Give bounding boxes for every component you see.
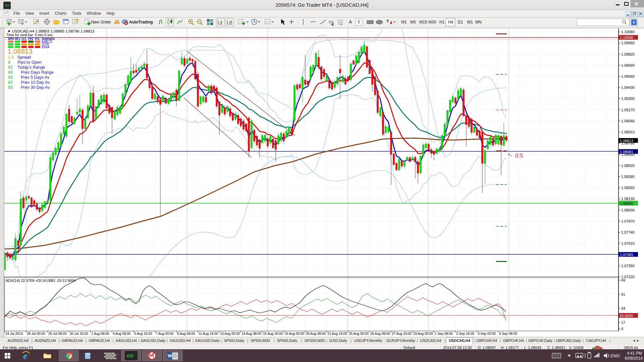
- svg-text:34: 34: [621, 306, 625, 310]
- svg-text:M1: M1: [401, 20, 407, 24]
- svg-text:69: 69: [621, 278, 625, 282]
- svg-text:1.07740: 1.07740: [621, 230, 635, 234]
- svg-text:62: 62: [8, 80, 13, 85]
- svg-text:4: 4: [633, 20, 635, 25]
- svg-text:D1: D1: [21, 37, 26, 41]
- svg-text:51: 51: [621, 292, 625, 296]
- svg-text:15 Aug 16:00: 15 Aug 16:00: [263, 332, 283, 336]
- svg-text:63: 63: [8, 65, 13, 70]
- svg-text:1.09430: 1.09430: [621, 85, 635, 89]
- svg-text:AutoTrading: AutoTrading: [129, 20, 153, 24]
- svg-text:20.0000: 20.0000: [620, 314, 633, 318]
- svg-text:4 Aug 08:00: 4 Aug 08:00: [113, 332, 131, 336]
- svg-text:F: F: [341, 23, 342, 26]
- svg-text:Pips to Open: Pips to Open: [17, 60, 42, 65]
- svg-text:^-: ^-: [508, 153, 513, 159]
- svg-text:2 Sep 16:00: 2 Sep 16:00: [456, 332, 474, 336]
- svg-text:1.10080: 1.10080: [621, 30, 635, 34]
- svg-text:W1: W1: [467, 20, 473, 24]
- svg-text:MN: MN: [475, 20, 482, 24]
- svg-text:55: 55: [8, 85, 13, 90]
- svg-text:19 Aug 00:00: 19 Aug 00:00: [284, 332, 304, 336]
- svg-text:63: 63: [8, 75, 13, 80]
- svg-text:1.08260: 1.08260: [621, 186, 635, 190]
- svg-text:1.10000: 1.10000: [620, 36, 633, 40]
- svg-text:GO: GO: [127, 353, 133, 358]
- svg-text:24 Jul 2014: 24 Jul 2014: [5, 332, 23, 336]
- svg-text:E: E: [332, 23, 334, 26]
- svg-text:1.08000: 1.08000: [621, 208, 635, 212]
- svg-text:1.08065: 1.08065: [620, 201, 633, 205]
- svg-text:Prev 10 Day Av: Prev 10 Day Av: [21, 80, 50, 85]
- svg-text:5 Sep 08:00: 5 Sep 08:00: [499, 332, 517, 336]
- svg-text:13 Aug 00:00: 13 Aug 00:00: [220, 332, 240, 336]
- svg-text:1.07870: 1.07870: [621, 219, 635, 223]
- svg-text:W: W: [168, 353, 172, 358]
- svg-text:Spread: Spread: [17, 55, 31, 60]
- svg-text:D1: D1: [458, 20, 463, 24]
- svg-text:Today's Range: Today's Range: [17, 65, 45, 70]
- svg-text:Prev 5 Days Av: Prev 5 Days Av: [21, 75, 50, 80]
- svg-text:1.09040: 1.09040: [621, 119, 635, 123]
- svg-text:11 Aug 16:00: 11 Aug 16:00: [199, 332, 218, 336]
- svg-text:29 Jul 08:00: 29 Jul 08:00: [48, 332, 67, 336]
- svg-text:21 Aug 16:00: 21 Aug 16:00: [327, 332, 347, 336]
- svg-text:29 Aug 00:00: 29 Aug 00:00: [413, 332, 433, 336]
- svg-text:Prev Days Range: Prev Days Range: [21, 70, 54, 75]
- svg-text:25 Aug 00:00: 25 Aug 00:00: [349, 332, 369, 336]
- svg-text:M15: M15: [419, 20, 427, 24]
- svg-text:A: A: [349, 19, 352, 24]
- svg-text:88: 88: [8, 70, 13, 75]
- svg-text:30 Jul 16:00: 30 Jul 16:00: [70, 332, 88, 336]
- svg-text:H4: H4: [28, 37, 33, 41]
- svg-text:6/09/2014: 6/09/2014: [625, 356, 643, 361]
- svg-text:0: 0: [621, 327, 623, 331]
- svg-text:4 Sep 00:00: 4 Sep 00:00: [478, 332, 496, 336]
- svg-text:1.09950: 1.09950: [621, 41, 635, 45]
- svg-text:17: 17: [621, 320, 625, 324]
- svg-text:1.09300: 1.09300: [621, 97, 635, 101]
- svg-text:EMA: EMA: [42, 45, 50, 49]
- svg-text:1.08520: 1.08520: [621, 164, 635, 168]
- svg-text:20 Aug 08:00: 20 Aug 08:00: [306, 332, 326, 336]
- svg-text:0:5: 0:5: [515, 153, 523, 159]
- svg-text:1.08813: 1.08813: [8, 47, 33, 55]
- svg-text:M30: M30: [428, 20, 436, 24]
- svg-text:MN: MN: [8, 37, 14, 41]
- svg-text:7 Aug 00:00: 7 Aug 00:00: [156, 332, 174, 336]
- svg-text:28 Jul 00:00: 28 Jul 00:00: [27, 332, 45, 336]
- svg-text:T: T: [358, 20, 360, 25]
- svg-text:1.08390: 1.08390: [621, 175, 635, 179]
- svg-text:H1: H1: [35, 37, 40, 41]
- svg-text:1.07465: 1.07465: [620, 253, 633, 257]
- svg-text:H1: H1: [439, 20, 445, 24]
- svg-text:1.09170: 1.09170: [621, 108, 635, 112]
- svg-text:Prev 30 Day Av: Prev 30 Day Av: [21, 85, 50, 90]
- svg-text:1.09560: 1.09560: [621, 74, 635, 78]
- svg-text:ADX(14) 22.3709 +DI:16.0881 -D: ADX(14) 22.3709 +DI:16.0881 -DI:12.9694: [6, 279, 76, 283]
- svg-text:W1: W1: [15, 37, 20, 41]
- svg-text:14 Aug 08:00: 14 Aug 08:00: [241, 332, 261, 336]
- svg-text:1.07610: 1.07610: [621, 241, 635, 245]
- svg-text:1.09820: 1.09820: [621, 52, 635, 56]
- svg-text:4:41 PM: 4:41 PM: [627, 351, 642, 356]
- svg-text:1.08130: 1.08130: [621, 197, 635, 201]
- svg-text:H4: H4: [448, 20, 453, 24]
- svg-text:5 Aug 16:00: 5 Aug 16:00: [134, 332, 152, 336]
- svg-text:8: 8: [8, 60, 10, 65]
- svg-text:1 Sep 08:00: 1 Sep 08:00: [435, 332, 453, 336]
- svg-text:New Order: New Order: [91, 20, 111, 24]
- svg-text:26 Aug 08:00: 26 Aug 08:00: [370, 332, 390, 336]
- svg-text:1.09690: 1.09690: [621, 63, 635, 67]
- svg-text:8 Aug 08:00: 8 Aug 08:00: [177, 332, 195, 336]
- svg-text:1.08813: 1.08813: [620, 139, 633, 143]
- svg-text:1.07350: 1.07350: [621, 264, 635, 268]
- svg-text:1.5: 1.5: [8, 55, 14, 60]
- svg-text:ENG: ENG: [610, 353, 620, 358]
- svg-text:1.08681: 1.08681: [620, 150, 633, 154]
- svg-text:1 Aug 08:00: 1 Aug 08:00: [91, 332, 109, 336]
- svg-text:M5: M5: [410, 20, 416, 24]
- svg-text:1.08910: 1.08910: [621, 130, 635, 134]
- svg-text:27 Aug 16:00: 27 Aug 16:00: [392, 332, 412, 336]
